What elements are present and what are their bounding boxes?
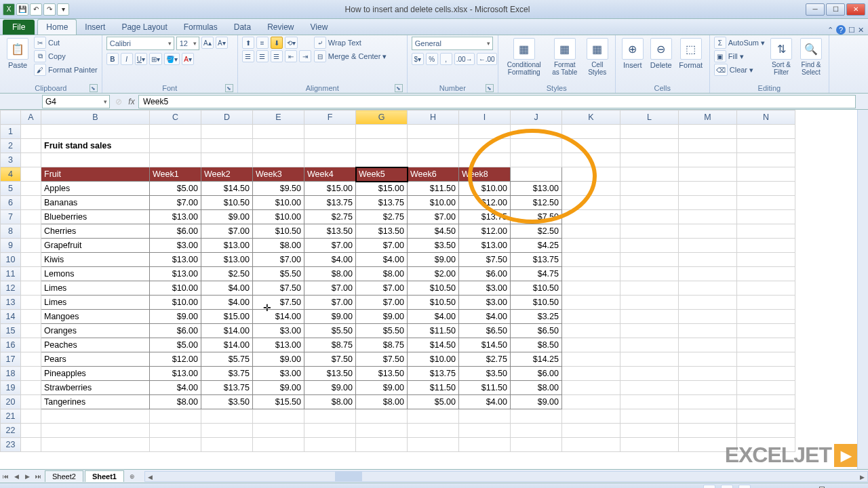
redo-icon[interactable]: ↷ <box>43 3 56 16</box>
close-button[interactable]: ✕ <box>846 3 865 16</box>
cell[interactable] <box>408 125 459 139</box>
decrease-indent-icon[interactable]: ⇤ <box>285 50 297 62</box>
cell[interactable] <box>562 381 620 395</box>
fx-icon[interactable]: fx <box>125 97 138 106</box>
cell[interactable] <box>356 438 408 452</box>
cell[interactable] <box>459 424 511 438</box>
cell[interactable]: $7.00 <box>304 239 356 253</box>
cell[interactable]: $14.25 <box>511 352 562 367</box>
cell[interactable] <box>356 153 408 167</box>
qat-more-icon[interactable]: ▾ <box>57 3 69 16</box>
column-header[interactable]: H <box>408 110 459 125</box>
cell[interactable] <box>562 281 620 296</box>
sheet-nav-prev-icon[interactable]: ◀ <box>11 471 22 482</box>
cell[interactable]: $6.50 <box>459 324 511 338</box>
sheet-nav-last-icon[interactable]: ⏭ <box>33 471 43 482</box>
cell[interactable] <box>304 153 356 167</box>
row-header[interactable]: 16 <box>1 338 21 352</box>
view-normal-icon[interactable]: ▦ <box>703 485 715 489</box>
cell[interactable]: $4.00 <box>459 395 511 409</box>
clear-button[interactable]: ⌫ <box>714 64 728 76</box>
cell[interactable] <box>408 438 459 452</box>
cell[interactable] <box>408 139 459 153</box>
format-painter-button[interactable]: 🖌 <box>34 64 46 76</box>
cell[interactable]: $6.50 <box>511 324 562 338</box>
cell[interactable]: Fruit stand sales <box>41 139 150 153</box>
cell[interactable]: $5.50 <box>356 324 408 338</box>
tab-page-layout[interactable]: Page Layout <box>113 20 175 35</box>
sheet-nav-first-icon[interactable]: ⏮ <box>0 471 11 482</box>
cell[interactable] <box>679 239 737 253</box>
number-format-combo[interactable]: General <box>412 37 493 50</box>
cell[interactable]: Fruit <box>41 167 150 182</box>
cell[interactable] <box>562 296 620 310</box>
cell[interactable]: $3.00 <box>253 324 304 338</box>
cut-button[interactable]: ✂ <box>34 37 46 49</box>
tab-file[interactable]: File <box>3 20 35 35</box>
cell[interactable] <box>620 253 679 267</box>
cell[interactable] <box>21 182 41 196</box>
cell[interactable] <box>737 324 795 338</box>
cell[interactable]: Pears <box>41 352 150 367</box>
cell[interactable]: $4.00 <box>304 253 356 267</box>
cell[interactable] <box>620 167 679 182</box>
cell[interactable] <box>620 196 679 210</box>
cell[interactable]: $5.50 <box>304 324 356 338</box>
cell[interactable] <box>459 139 511 153</box>
cell[interactable] <box>408 424 459 438</box>
cell[interactable]: $13.00 <box>150 253 201 267</box>
row-header[interactable]: 8 <box>1 224 21 239</box>
cell[interactable]: Peaches <box>41 338 150 352</box>
cell[interactable]: $4.00 <box>150 381 201 395</box>
window-close-icon[interactable]: ✕ <box>858 26 864 35</box>
cell[interactable] <box>562 438 620 452</box>
cell[interactable] <box>737 310 795 324</box>
cell[interactable] <box>679 310 737 324</box>
column-header[interactable]: I <box>459 110 511 125</box>
cell[interactable] <box>21 153 41 167</box>
vertical-scrollbar[interactable] <box>857 110 868 469</box>
cell[interactable] <box>201 409 253 424</box>
cell[interactable] <box>679 409 737 424</box>
cell[interactable]: $4.00 <box>201 296 253 310</box>
italic-button[interactable]: I <box>121 53 133 65</box>
cell[interactable]: $5.00 <box>408 395 459 409</box>
cell[interactable] <box>459 438 511 452</box>
cell[interactable] <box>737 167 795 182</box>
cell[interactable] <box>679 253 737 267</box>
cell[interactable] <box>253 438 304 452</box>
cell[interactable] <box>150 409 201 424</box>
cell[interactable] <box>21 139 41 153</box>
cell[interactable]: $12.00 <box>459 196 511 210</box>
cell[interactable] <box>41 153 150 167</box>
cell[interactable]: $10.00 <box>408 352 459 367</box>
column-header[interactable]: A <box>21 110 41 125</box>
cell[interactable] <box>459 409 511 424</box>
cell[interactable] <box>620 267 679 281</box>
cell[interactable] <box>737 125 795 139</box>
cell[interactable]: $13.00 <box>150 210 201 224</box>
cell[interactable]: $10.50 <box>408 281 459 296</box>
cell[interactable] <box>21 125 41 139</box>
cell[interactable] <box>737 153 795 167</box>
cell[interactable] <box>562 196 620 210</box>
cell[interactable] <box>511 125 562 139</box>
cell[interactable]: $10.50 <box>408 296 459 310</box>
cell[interactable]: Kiwis <box>41 253 150 267</box>
sort-filter-button[interactable]: ⇅Sort & Filter <box>768 37 795 77</box>
cell[interactable]: $7.00 <box>253 253 304 267</box>
cell[interactable] <box>620 424 679 438</box>
column-header[interactable]: K <box>562 110 620 125</box>
cell[interactable] <box>620 210 679 224</box>
cell[interactable]: $7.00 <box>201 224 253 239</box>
cell[interactable]: $2.75 <box>459 352 511 367</box>
cell[interactable]: $5.00 <box>150 182 201 196</box>
cell[interactable]: $9.00 <box>150 310 201 324</box>
row-header[interactable]: 1 <box>1 125 21 139</box>
cell[interactable] <box>150 153 201 167</box>
cell[interactable]: $4.50 <box>408 224 459 239</box>
cell[interactable]: $13.00 <box>253 338 304 352</box>
conditional-formatting-button[interactable]: ▦Conditional Formatting <box>502 37 546 77</box>
cell[interactable] <box>356 139 408 153</box>
row-header[interactable]: 20 <box>1 395 21 409</box>
